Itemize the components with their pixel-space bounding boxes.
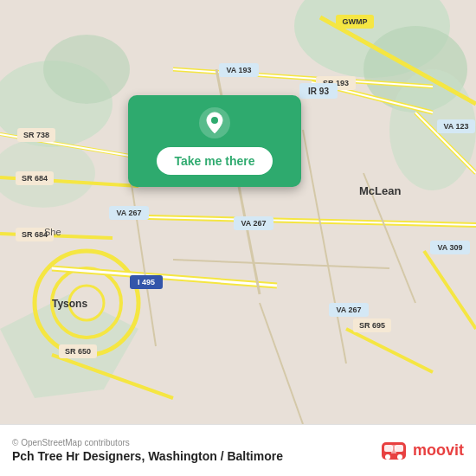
svg-text:VA 267: VA 267 — [241, 219, 266, 228]
svg-text:SR 695: SR 695 — [359, 321, 385, 330]
svg-point-75 — [391, 445, 396, 450]
svg-text:I 495: I 495 — [138, 278, 155, 286]
svg-text:Tysons: Tysons — [52, 298, 87, 310]
moovit-text: moovit — [413, 441, 464, 460]
svg-text:SR 684: SR 684 — [22, 174, 48, 183]
svg-text:VA 267: VA 267 — [336, 306, 361, 314]
footer: © OpenStreetMap contributors Pch Tree Hr… — [0, 424, 476, 476]
svg-text:VA 267: VA 267 — [116, 209, 141, 217]
svg-point-5 — [43, 35, 130, 104]
moovit-icon — [380, 437, 408, 465]
footer-left: © OpenStreetMap contributors Pch Tree Hr… — [12, 438, 283, 463]
svg-text:She: She — [44, 227, 61, 237]
svg-point-74 — [397, 454, 402, 460]
svg-text:VA 309: VA 309 — [437, 243, 462, 252]
attribution-text: © OpenStreetMap contributors — [12, 438, 283, 447]
svg-point-69 — [211, 117, 218, 124]
svg-text:VA 193: VA 193 — [226, 66, 251, 74]
svg-text:GWMP: GWMP — [343, 17, 368, 26]
svg-text:IR 93: IR 93 — [308, 87, 329, 96]
map-background: GWMP VA 193 SR 193 VA 123 SR 738 SR 684 … — [0, 0, 476, 424]
location-name: Pch Tree Hr Designers, Washington / Balt… — [12, 449, 283, 463]
popup-card: Take me there — [128, 95, 301, 187]
svg-point-73 — [385, 454, 390, 460]
svg-text:SR 650: SR 650 — [65, 347, 91, 356]
map-container: GWMP VA 193 SR 193 VA 123 SR 738 SR 684 … — [0, 0, 476, 424]
location-pin-icon — [199, 107, 230, 138]
svg-text:McLean: McLean — [359, 184, 401, 197]
take-me-there-button[interactable]: Take me there — [157, 147, 272, 175]
svg-text:SR 738: SR 738 — [23, 131, 49, 139]
moovit-logo[interactable]: moovit — [380, 437, 464, 465]
svg-text:VA 123: VA 123 — [443, 122, 468, 131]
